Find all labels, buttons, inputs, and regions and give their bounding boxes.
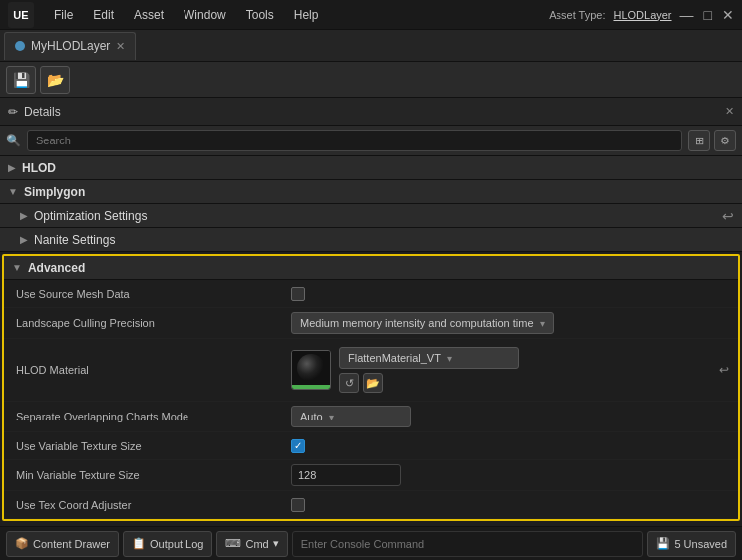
use-variable-texture-row: Use Variable Texture Size: [4, 432, 738, 460]
use-source-mesh-value: [287, 283, 734, 305]
use-tex-coord-checkbox[interactable]: [291, 498, 305, 512]
maximize-button[interactable]: □: [704, 7, 712, 23]
section-hlod[interactable]: ▶ HLOD: [0, 156, 742, 180]
material-reset-button[interactable]: ↩: [714, 360, 734, 380]
unsaved-icon: 💾: [656, 537, 670, 550]
hlod-arrow-icon: ▶: [8, 162, 16, 173]
menu-file[interactable]: File: [50, 6, 77, 24]
use-tex-coord-value: [287, 494, 734, 516]
search-input[interactable]: [27, 130, 682, 151]
close-button[interactable]: ✕: [722, 7, 734, 23]
menu-bar: File Edit Asset Window Tools Help: [50, 6, 322, 24]
min-variable-texture-row: Min Variable Texture Size: [4, 460, 738, 491]
panel-title-label: Details: [24, 105, 61, 119]
separate-overlapping-label: Separate Overlapping Charts Mode: [8, 407, 287, 426]
save-icon: 💾: [13, 72, 30, 88]
hlod-material-label: HLOD Material: [8, 360, 287, 380]
tab-bar: MyHLODLayer ✕: [0, 30, 742, 62]
material-name-dropdown[interactable]: FlattenMaterial_VT ▾: [339, 347, 519, 369]
material-thumbnail[interactable]: [291, 350, 331, 390]
hlod-label: HLOD: [22, 161, 56, 175]
separate-overlapping-dropdown[interactable]: Auto ▾: [291, 406, 411, 427]
separate-overlapping-arrow-icon: ▾: [329, 412, 334, 422]
cmd-label: Cmd: [245, 538, 268, 550]
simplygon-arrow-icon: ▼: [8, 186, 18, 197]
ue-logo: UE: [8, 2, 34, 28]
tab-close-button[interactable]: ✕: [116, 40, 125, 53]
panel-title-area: ✏ Details: [8, 105, 61, 119]
output-log-icon: 📋: [132, 537, 146, 550]
min-variable-texture-value: [287, 460, 734, 490]
landscape-culling-arrow-icon: ▾: [540, 318, 545, 329]
hlod-material-value: FlattenMaterial_VT ▾ ↺ 📂: [287, 343, 714, 397]
material-refresh-button[interactable]: ↺: [339, 373, 359, 393]
material-browse-button[interactable]: 📂: [363, 373, 383, 393]
panel-header: ✏ Details ✕: [0, 98, 742, 126]
toolbar: 💾 📂: [0, 62, 742, 98]
separate-overlapping-value: Auto ▾: [287, 402, 734, 431]
advanced-label: Advanced: [28, 261, 85, 275]
console-input[interactable]: [292, 531, 644, 557]
advanced-arrow-icon: ▼: [12, 262, 22, 273]
separate-overlapping-row: Separate Overlapping Charts Mode Auto ▾: [4, 402, 738, 432]
title-bar-left: UE File Edit Asset Window Tools Help: [8, 2, 322, 28]
output-log-button[interactable]: 📋 Output Log: [123, 531, 212, 557]
cmd-button[interactable]: ⌨ Cmd ▾: [216, 531, 287, 557]
svg-point-1: [297, 354, 325, 382]
minimize-button[interactable]: —: [680, 7, 694, 23]
menu-tools[interactable]: Tools: [242, 6, 278, 24]
landscape-culling-label: Landscape Culling Precision: [8, 313, 287, 333]
browse-icon: 📂: [47, 72, 64, 88]
section-simplygon[interactable]: ▼ Simplygon: [0, 180, 742, 204]
use-source-mesh-checkbox[interactable]: [291, 287, 305, 301]
refresh-icon: ↺: [345, 377, 354, 390]
hlod-material-row: HLOD Material: [4, 339, 738, 402]
asset-type-label: Asset Type:: [549, 9, 605, 21]
pencil-icon: ✏: [8, 105, 18, 119]
use-variable-texture-label: Use Variable Texture Size: [8, 436, 287, 456]
material-dropdown-arrow-icon: ▾: [447, 353, 452, 364]
content-drawer-button[interactable]: 📦 Content Drawer: [6, 531, 119, 557]
optimization-reset-icon[interactable]: ↩: [722, 208, 734, 224]
landscape-culling-dropdown[interactable]: Medium memory intensity and computation …: [291, 312, 554, 334]
menu-edit[interactable]: Edit: [89, 6, 118, 24]
menu-help[interactable]: Help: [290, 6, 323, 24]
section-optimization[interactable]: ▶ Optimization Settings ↩: [0, 204, 742, 228]
settings-button[interactable]: ⚙: [714, 130, 736, 151]
content-drawer-label: Content Drawer: [33, 538, 110, 550]
min-variable-texture-input[interactable]: [291, 464, 401, 486]
menu-window[interactable]: Window: [180, 6, 230, 24]
simplygon-label: Simplygon: [24, 185, 85, 199]
landscape-culling-text: Medium memory intensity and computation …: [300, 317, 534, 329]
use-source-mesh-row: Use Source Mesh Data: [4, 280, 738, 308]
material-reset-icon: ↩: [719, 363, 729, 377]
panel-close-button[interactable]: ✕: [725, 105, 734, 118]
search-icons: ⊞ ⚙: [688, 130, 736, 151]
content-drawer-icon: 📦: [15, 537, 29, 550]
unsaved-label: 5 Unsaved: [674, 538, 727, 550]
browse-button[interactable]: 📂: [40, 66, 70, 94]
use-variable-texture-checkbox[interactable]: [291, 439, 305, 453]
min-variable-texture-label: Min Variable Texture Size: [8, 465, 287, 485]
sections: ▶ HLOD ▼ Simplygon ▶ Optimization Settin…: [0, 156, 742, 526]
gear-icon: ⚙: [720, 135, 730, 147]
section-nanite[interactable]: ▶ Nanite Settings: [0, 228, 742, 252]
nanite-arrow-icon: ▶: [20, 234, 28, 245]
title-bar-right: Asset Type: HLODLayer — □ ✕: [549, 7, 734, 23]
search-bar: 🔍 ⊞ ⚙: [0, 126, 742, 156]
tab-dot: [15, 41, 25, 51]
grid-view-button[interactable]: ⊞: [688, 130, 710, 151]
landscape-culling-row: Landscape Culling Precision Medium memor…: [4, 308, 738, 339]
advanced-header[interactable]: ▼ Advanced: [4, 256, 738, 280]
material-controls: FlattenMaterial_VT ▾ ↺ 📂: [339, 347, 519, 393]
save-button[interactable]: 💾: [6, 66, 36, 94]
use-tex-coord-label: Use Tex Coord Adjuster: [8, 495, 287, 515]
separate-overlapping-text: Auto: [300, 411, 323, 422]
tab-my-hlod-layer[interactable]: MyHLODLayer ✕: [4, 32, 136, 60]
material-name-text: FlattenMaterial_VT: [348, 352, 441, 364]
menu-asset[interactable]: Asset: [130, 6, 168, 24]
unsaved-button[interactable]: 💾 5 Unsaved: [647, 531, 736, 557]
optimization-arrow-icon: ▶: [20, 210, 28, 221]
output-log-label: Output Log: [150, 538, 203, 550]
title-bar: UE File Edit Asset Window Tools Help Ass…: [0, 0, 742, 30]
